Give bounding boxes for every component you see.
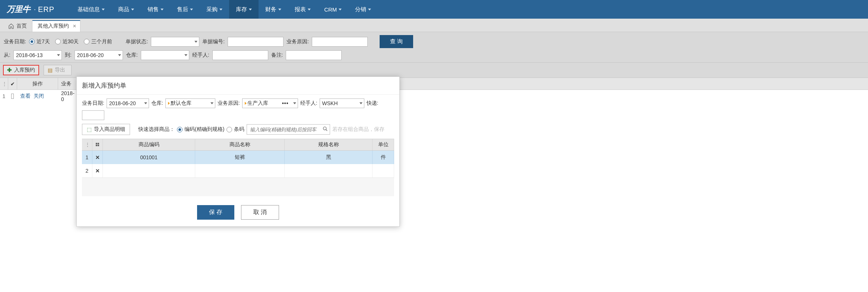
- nav-item-basic[interactable]: 基础信息: [71, 0, 111, 19]
- warehouse-select[interactable]: [141, 50, 189, 60]
- drag-icon: ⋮: [2, 81, 6, 87]
- modal-new-reservation: 新增入库预约单 业务日期: 2018-06-20 仓库: 默认仓库 业务原因: …: [76, 76, 400, 103]
- m-handler-select[interactable]: WSKH: [320, 98, 364, 103]
- biz-date-label: 业务日期:: [4, 38, 26, 45]
- chevron-down-icon: [339, 9, 342, 10]
- home-icon: [8, 23, 14, 29]
- chevron-down-icon: [102, 9, 105, 10]
- required-icon: [168, 102, 170, 103]
- row-checkbox[interactable]: [11, 94, 14, 99]
- brand-suffix: ERP: [38, 5, 54, 14]
- remark-input[interactable]: [286, 50, 342, 60]
- tab-strip: 首页 其他入库预约 ✕: [0, 19, 868, 32]
- chevron-down-icon: [278, 9, 281, 10]
- nav-item-finance[interactable]: 财务: [259, 0, 288, 19]
- col-op: 操作: [17, 78, 58, 90]
- chevron-down-icon: [308, 9, 311, 10]
- chevron-down-icon: [131, 9, 134, 10]
- handler-label: 经手人:: [192, 52, 209, 59]
- m-bizdate-picker[interactable]: 2018-06-20: [107, 98, 149, 103]
- modal-title: 新增入库预约单: [77, 77, 399, 95]
- nav-items: 基础信息 商品 销售 售后 采购 库存 财务 报表 CRM 分销: [71, 0, 378, 19]
- tab-current[interactable]: 其他入库预约 ✕: [32, 20, 80, 32]
- brand-logo: 万里牛: [7, 4, 30, 15]
- close-icon[interactable]: ✕: [73, 23, 76, 29]
- status-select[interactable]: [151, 37, 199, 47]
- handler-input[interactable]: [212, 50, 268, 60]
- m-handler-label: 经手人:: [300, 100, 317, 103]
- nav-item-distribution[interactable]: 分销: [348, 0, 378, 19]
- chevron-down-icon: [161, 9, 164, 10]
- from-date-picker[interactable]: 2018-06-13: [13, 50, 62, 60]
- radio-30days[interactable]: 近30天: [55, 38, 79, 45]
- required-icon: [245, 102, 247, 103]
- view-link[interactable]: 查看: [20, 93, 31, 100]
- chevron-down-icon: [368, 9, 371, 10]
- chevron-down-icon: [249, 9, 252, 10]
- nav-item-goods[interactable]: 商品: [111, 0, 141, 19]
- warehouse-label: 仓库:: [126, 52, 138, 59]
- col-check[interactable]: ✔: [8, 78, 17, 90]
- ellipsis-icon[interactable]: •••: [282, 100, 289, 103]
- remark-label: 备注:: [271, 52, 283, 59]
- nav-item-sales[interactable]: 销售: [141, 0, 170, 19]
- from-label: 从:: [4, 52, 10, 59]
- nav-item-report[interactable]: 报表: [288, 0, 317, 19]
- chevron-down-icon: [194, 41, 197, 43]
- m-express-label: 快递:: [367, 100, 378, 103]
- top-nav: 万里牛 · ERP 基础信息 商品 销售 售后 采购 库存 财务 报表 CRM …: [0, 0, 868, 19]
- row-index: 1: [0, 90, 8, 103]
- chevron-down-icon: [293, 103, 296, 103]
- nav-item-aftersale[interactable]: 售后: [170, 0, 200, 19]
- document-icon: ▤: [48, 67, 53, 73]
- chevron-down-icon: [359, 103, 362, 103]
- chevron-down-icon: [184, 54, 187, 56]
- billno-input[interactable]: [228, 37, 283, 47]
- radio-7days[interactable]: 近7天: [29, 38, 50, 45]
- reason-input[interactable]: [312, 37, 368, 47]
- chevron-down-icon: [57, 54, 60, 56]
- to-label: 到:: [65, 52, 72, 59]
- chevron-down-icon: [219, 9, 222, 10]
- query-button[interactable]: 查 询: [380, 35, 413, 48]
- nav-item-crm[interactable]: CRM: [317, 0, 348, 19]
- m-warehouse-label: 仓库:: [151, 100, 163, 103]
- plus-icon: ✚: [7, 67, 12, 73]
- export-button[interactable]: ▤ 导出: [44, 65, 72, 75]
- chevron-down-icon: [190, 9, 193, 10]
- status-label: 单据状态:: [126, 38, 148, 45]
- close-link[interactable]: 关闭: [34, 93, 44, 100]
- reserve-button[interactable]: ✚ 入库预约: [3, 65, 39, 75]
- to-date-picker[interactable]: 2018-06-20: [75, 50, 123, 60]
- nav-item-purchase[interactable]: 采购: [200, 0, 229, 19]
- reason-label: 业务原因:: [286, 38, 309, 45]
- m-bizdate-label: 业务日期:: [82, 100, 104, 103]
- chevron-down-icon: [210, 103, 213, 103]
- col-drag[interactable]: ⋮: [0, 78, 8, 90]
- filter-bar: 业务日期: 近7天 近30天 三个月前 单据状态: 单据编号: 业务原因: 查 …: [0, 32, 868, 63]
- chevron-down-icon: [118, 54, 121, 56]
- billno-label: 单据编号:: [202, 38, 225, 45]
- m-reason-select[interactable]: 生产入库•••: [242, 98, 298, 103]
- toolbar: ✚ 入库预约 ▤ 导出: [0, 63, 868, 78]
- radio-3months[interactable]: 三个月前: [84, 38, 112, 45]
- tab-home[interactable]: 首页: [3, 21, 32, 32]
- nav-item-inventory[interactable]: 库存: [229, 0, 259, 19]
- date-range-radio-group: 近7天 近30天 三个月前: [29, 38, 112, 45]
- brand: 万里牛 · ERP: [7, 4, 54, 15]
- chevron-down-icon: [144, 103, 147, 103]
- m-reason-label: 业务原因:: [218, 100, 240, 103]
- m-warehouse-select[interactable]: 默认仓库: [165, 98, 215, 103]
